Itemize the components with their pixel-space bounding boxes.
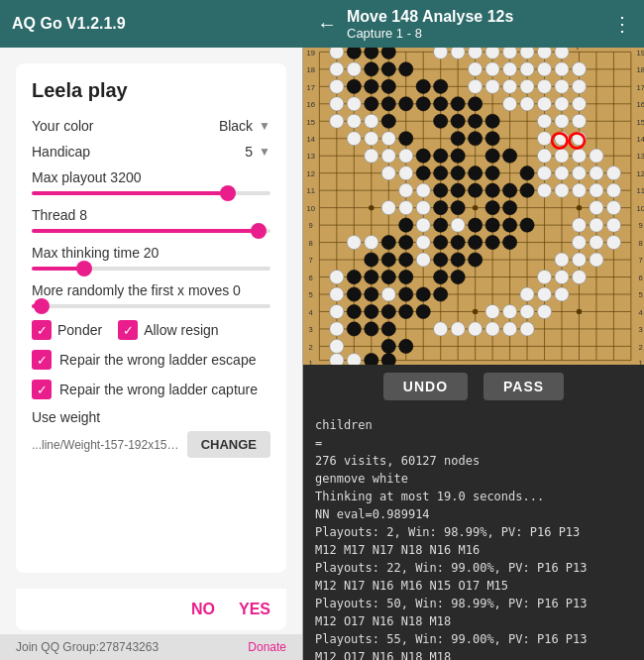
back-button[interactable]: ← (317, 13, 337, 36)
handicap-label: Handicap (32, 144, 90, 160)
svg-point-199 (347, 97, 361, 111)
svg-text:3: 3 (309, 325, 313, 334)
svg-point-173 (381, 270, 395, 283)
svg-point-265 (537, 166, 551, 180)
svg-point-228 (330, 354, 344, 365)
svg-point-189 (381, 322, 395, 336)
svg-point-153 (434, 218, 448, 232)
your-color-select[interactable]: Black ▼ (219, 118, 270, 134)
svg-point-261 (606, 183, 620, 197)
svg-text:19: 19 (636, 49, 644, 57)
svg-point-175 (434, 270, 448, 283)
svg-point-193 (381, 354, 395, 365)
analysis-line: M12 N17 N16 M16 N15 O17 M15 (315, 577, 632, 595)
analysis-line: M12 O17 N16 N18 M18 (315, 612, 632, 630)
svg-point-207 (381, 149, 395, 163)
svg-text:16: 16 (636, 100, 644, 109)
max-playout-slider[interactable] (32, 191, 270, 195)
main-content: Leela play Your color Black ▼ Handicap 5… (0, 48, 644, 660)
svg-point-109 (399, 62, 413, 76)
analysis-line: M12 M17 N17 N18 N16 M16 (315, 541, 632, 559)
svg-point-164 (502, 235, 516, 249)
svg-text:14: 14 (636, 135, 644, 144)
allow-resign-item[interactable]: ✓ Allow resign (118, 320, 218, 340)
handicap-select[interactable]: 5 ▼ (245, 144, 270, 160)
thread-label: Thread 8 (32, 207, 270, 223)
svg-point-223 (330, 270, 344, 283)
svg-point-292 (520, 62, 534, 76)
svg-text:1: 1 (309, 359, 313, 365)
svg-point-202 (330, 114, 344, 128)
svg-point-270 (537, 149, 551, 163)
handicap-row: Handicap 5 ▼ (32, 144, 270, 160)
svg-text:7: 7 (309, 256, 313, 265)
analysis-area[interactable]: children=276 visits, 60127 nodesgenmove … (303, 408, 644, 660)
analysis-line: Playouts: 50, Win: 98.99%, PV: P16 P13 (315, 595, 632, 612)
svg-point-237 (502, 304, 516, 318)
pass-button[interactable]: PASS (483, 373, 564, 400)
svg-point-194 (330, 48, 344, 58)
svg-text:12: 12 (636, 169, 644, 178)
svg-point-145 (485, 183, 499, 197)
undo-button[interactable]: UNDO (383, 373, 468, 400)
color-dropdown-arrow: ▼ (259, 119, 270, 133)
svg-point-213 (416, 201, 430, 215)
change-button[interactable]: CHANGE (187, 431, 270, 458)
weight-row: ...line/Weight-157-192x15.gz CHANGE (32, 431, 270, 458)
thread-slider[interactable] (32, 229, 270, 233)
svg-point-46 (473, 309, 478, 314)
donate-link[interactable]: Donate (248, 640, 286, 654)
svg-point-205 (381, 132, 395, 146)
ponder-item[interactable]: ✓ Ponder (32, 320, 102, 340)
random-slider[interactable] (32, 304, 270, 308)
svg-point-140 (485, 166, 499, 180)
random-section: More randomly the first x moves 0 (32, 282, 270, 308)
svg-text:F: F (401, 48, 406, 50)
no-button[interactable]: NO (191, 601, 215, 618)
right-panel: A B C D E F G H J K L M N O P Q R (303, 48, 644, 660)
svg-point-187 (347, 322, 361, 336)
ladder-escape-row[interactable]: ✓ Repair the wrong ladder escape (32, 350, 270, 370)
svg-text:19: 19 (306, 49, 314, 57)
game-buttons: UNDO PASS (303, 365, 644, 408)
svg-point-134 (485, 149, 499, 163)
svg-point-301 (469, 48, 483, 58)
svg-point-171 (347, 270, 361, 283)
svg-point-188 (365, 322, 378, 336)
svg-point-216 (416, 218, 430, 232)
svg-point-190 (381, 339, 395, 353)
ladder-capture-row[interactable]: ✓ Repair the wrong ladder capture (32, 380, 270, 399)
weight-path: ...line/Weight-157-192x15.gz (32, 438, 179, 452)
svg-point-243 (537, 270, 551, 283)
svg-point-162 (469, 235, 483, 249)
analysis-line: Playouts: 22, Win: 99.00%, PV: P16 P13 (315, 559, 632, 577)
svg-point-219 (416, 235, 430, 249)
svg-point-280 (520, 97, 534, 111)
svg-point-232 (469, 322, 483, 336)
svg-point-127 (399, 132, 413, 146)
svg-point-116 (381, 97, 395, 111)
handicap-dropdown-arrow: ▼ (259, 145, 270, 159)
analysis-line: genmove white (315, 470, 632, 488)
svg-point-268 (572, 149, 586, 163)
menu-icon[interactable]: ⋮ (612, 12, 632, 36)
svg-point-211 (416, 183, 430, 197)
svg-text:15: 15 (306, 118, 314, 127)
svg-point-105 (365, 48, 378, 58)
svg-point-123 (434, 114, 448, 128)
qq-group-link[interactable]: Join QQ Group:278743263 (16, 640, 159, 654)
svg-point-284 (537, 79, 551, 93)
svg-text:5: 5 (309, 290, 313, 299)
svg-point-165 (365, 253, 378, 267)
svg-point-183 (365, 304, 378, 318)
svg-point-111 (365, 79, 378, 93)
svg-text:Q: Q (574, 48, 580, 50)
svg-point-174 (399, 270, 413, 283)
svg-text:15: 15 (636, 118, 644, 127)
thinking-slider[interactable] (32, 267, 270, 271)
capture-info: Capture 1 - 8 (347, 26, 612, 41)
svg-text:7: 7 (639, 256, 643, 265)
go-board[interactable]: A B C D E F G H J K L M N O P Q R (303, 48, 644, 365)
svg-point-282 (572, 79, 586, 93)
yes-button[interactable]: YES (239, 601, 270, 618)
